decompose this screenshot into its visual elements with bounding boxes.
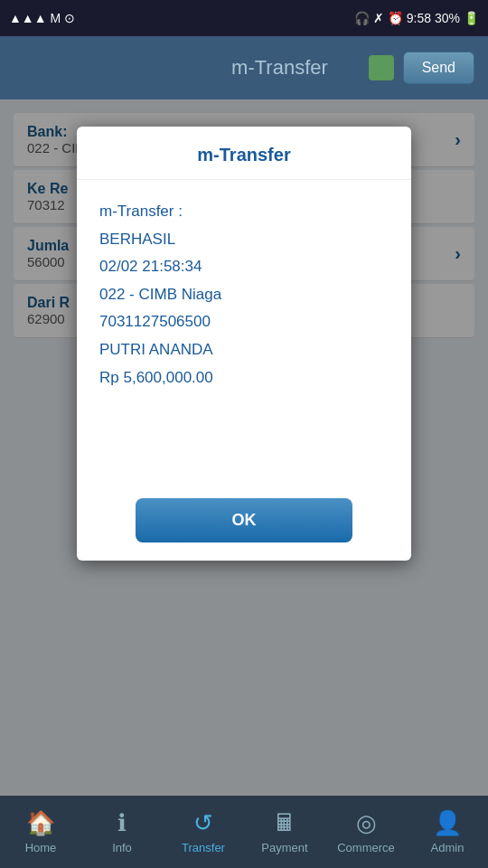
- battery-display: 30%: [435, 11, 460, 25]
- nav-label-admin: Admin: [431, 841, 465, 854]
- nav-item-commerce[interactable]: ◎ Commerce: [325, 809, 407, 854]
- dialog-title: m-Transfer: [77, 127, 411, 180]
- nav-item-payment[interactable]: 🖩 Payment: [244, 809, 325, 854]
- signal-icon: ▲▲▲: [9, 11, 47, 25]
- nav-item-home[interactable]: 🏠 Home: [0, 809, 81, 854]
- app-header: m-Transfer Send: [0, 36, 488, 99]
- page-title: m-Transfer: [191, 56, 368, 80]
- transfer-dialog: m-Transfer m-Transfer : BERHASIL 02/02 2…: [77, 127, 411, 561]
- data-icon: ⊙: [64, 11, 75, 25]
- admin-icon: 👤: [433, 809, 462, 837]
- send-button[interactable]: Send: [403, 52, 474, 84]
- home-icon: 🏠: [26, 809, 55, 837]
- alarm-icon: ⏰: [388, 11, 403, 25]
- nav-label-commerce: Commerce: [337, 841, 395, 854]
- status-bar: ▲▲▲ M ⊙ 🎧 ✗ ⏰ 9:58 30% 🔋: [0, 0, 488, 36]
- header-icon: [369, 55, 394, 80]
- bottom-navigation: 🏠 Home ℹ Info ↺ Transfer 🖩 Payment ◎ Com…: [0, 796, 488, 868]
- nav-item-info[interactable]: ℹ Info: [81, 809, 163, 854]
- nav-label-info: Info: [112, 841, 132, 854]
- status-left: ▲▲▲ M ⊙: [9, 11, 75, 25]
- battery-icon: 🔋: [464, 11, 479, 25]
- dialog-footer: OK: [77, 480, 411, 561]
- nav-label-home: Home: [25, 841, 57, 854]
- main-content: Bank: 022 - CIMB Niaga › Ke Re 70312 Jum…: [0, 99, 488, 796]
- modal-overlay: m-Transfer m-Transfer : BERHASIL 02/02 2…: [0, 99, 488, 796]
- headphone-icon: 🎧: [354, 11, 370, 25]
- commerce-icon: ◎: [356, 809, 377, 837]
- transfer-icon: ↺: [193, 809, 213, 837]
- nav-label-payment: Payment: [261, 841, 307, 854]
- payment-icon: 🖩: [273, 809, 296, 837]
- ok-button[interactable]: OK: [136, 498, 352, 542]
- info-icon: ℹ: [117, 809, 127, 837]
- status-right: 🎧 ✗ ⏰ 9:58 30% 🔋: [354, 11, 479, 25]
- nav-item-admin[interactable]: 👤 Admin: [407, 809, 488, 854]
- dialog-body: m-Transfer : BERHASIL 02/02 21:58:34 022…: [77, 180, 411, 480]
- sim-icon: M: [51, 11, 61, 25]
- nav-label-transfer: Transfer: [182, 841, 225, 854]
- time-display: 9:58: [407, 11, 431, 25]
- mute-icon: ✗: [373, 11, 384, 25]
- dialog-text: m-Transfer : BERHASIL 02/02 21:58:34 022…: [99, 198, 389, 392]
- nav-item-transfer[interactable]: ↺ Transfer: [163, 809, 244, 854]
